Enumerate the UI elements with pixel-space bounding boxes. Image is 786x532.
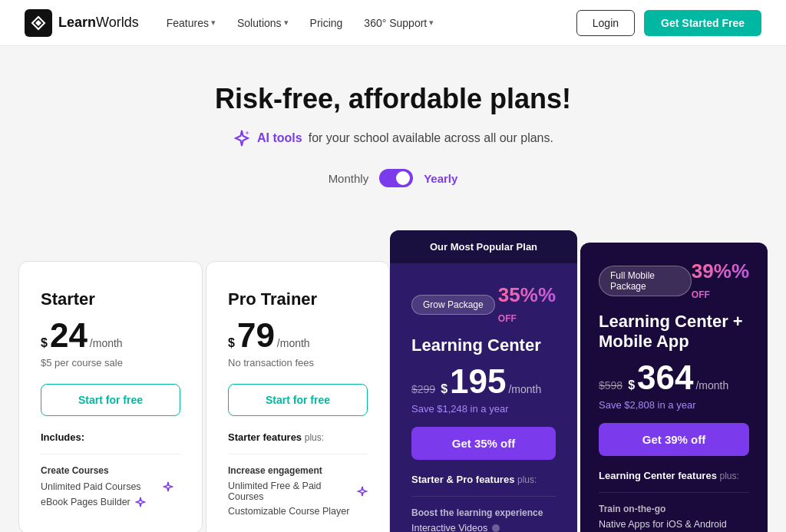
nav-actions: Login Get Started Free	[576, 10, 761, 36]
starter-category1: Create Courses	[41, 465, 180, 476]
divider	[599, 492, 749, 493]
billing-toggle-section: Monthly Yearly	[18, 169, 768, 187]
chevron-down-icon: ▾	[284, 18, 289, 28]
learning-price-amount: 195	[450, 365, 506, 398]
mobile-badge-off: 39%%OFF	[692, 261, 749, 301]
divider	[41, 454, 180, 454]
mobile-period: /month	[695, 379, 728, 392]
ai-sparkle-small-icon	[163, 481, 173, 492]
logo-learn-text: Learn	[58, 15, 96, 30]
toggle-monthly-label: Monthly	[329, 172, 369, 185]
learning-badge-pill: Grow Package	[411, 295, 495, 315]
login-button[interactable]: Login	[576, 10, 635, 36]
mobile-price-original: $598	[599, 379, 623, 392]
chevron-down-icon: ▾	[211, 18, 216, 28]
learning-dollar-sign: $	[441, 382, 447, 396]
learning-price-original: $299	[411, 383, 435, 395]
pro-feature2: Customizable Course Player	[228, 506, 368, 517]
mobile-card-inner: Full Mobile Package 39%%OFF Learning Cen…	[580, 243, 768, 532]
starter-cta-button[interactable]: Start for free	[41, 384, 180, 416]
starter-note: $5 per course sale	[41, 357, 180, 368]
starter-dollar-sign: $	[41, 336, 48, 350]
learning-card: Our Most Popular Plan Grow Package 35%%O…	[390, 230, 577, 532]
get-started-button[interactable]: Get Started Free	[644, 10, 761, 36]
popular-banner: Our Most Popular Plan	[390, 230, 577, 263]
starter-feature2: eBook Pages Builder	[41, 497, 180, 507]
learning-card-inner: Grow Package 35%%OFF Learning Center $29…	[390, 263, 577, 532]
mobile-cta-button[interactable]: Get 39% off	[599, 423, 749, 456]
pro-period: /month	[277, 337, 310, 349]
mobile-includes-label: Learning Center features plus:	[599, 470, 749, 481]
divider	[411, 496, 556, 497]
starter-plan-name: Starter	[41, 289, 180, 309]
mobile-badge-row: Full Mobile Package 39%%OFF	[599, 261, 749, 301]
learning-badge-off: 35%%OFF	[498, 285, 556, 325]
pro-card: Pro Trainer $ 79 /month No transaction f…	[206, 261, 390, 532]
ai-sparkle-icon	[233, 129, 251, 147]
starter-includes-label: Includes:	[41, 431, 180, 443]
learning-plan-name: Learning Center	[411, 335, 556, 355]
mobile-save-text: Save $2,808 in a year	[599, 399, 749, 411]
mobile-price-amount: 364	[637, 361, 693, 395]
starter-feature1: Unlimited Paid Courses ?	[41, 481, 180, 493]
ai-sparkle-pro-icon	[357, 486, 368, 497]
learning-price-row: $299 $ 195 /month	[411, 365, 556, 398]
pro-feature1: Unlimited Free & Paid Courses	[228, 481, 368, 502]
pricing-section: Starter $ 24 /month $5 per course sale S…	[0, 215, 786, 532]
learning-badge-row: Grow Package 35%%OFF	[411, 285, 556, 325]
learning-feature1: Interactive Videos	[411, 523, 556, 532]
ai-sparkle-small-icon2	[135, 497, 146, 507]
toggle-yearly-label: Yearly	[424, 172, 457, 185]
hero-subtitle: AI tools for your school available acros…	[18, 129, 768, 147]
starter-price-amount: 24	[50, 319, 88, 352]
mobile-card: Full Mobile Package 39%%OFF Learning Cen…	[580, 243, 768, 532]
divider	[228, 454, 368, 454]
mobile-price-row: $598 $ 364 /month	[599, 361, 749, 395]
hero-title: Risk-free, affordable plans!	[18, 83, 768, 115]
help-icon[interactable]: ?	[146, 481, 158, 493]
nav-links: Features ▾ Solutions ▾ Pricing 360° Supp…	[167, 17, 576, 29]
nav-solutions[interactable]: Solutions ▾	[237, 17, 289, 29]
learning-cta-button[interactable]: Get 35% off	[411, 427, 556, 460]
hero-subtitle-text: for your school available across all our…	[309, 131, 553, 145]
chevron-down-icon: ▾	[429, 18, 434, 28]
circle-icon	[492, 524, 500, 532]
hero-section: Risk-free, affordable plans! AI tools fo…	[0, 46, 786, 215]
starter-card: Starter $ 24 /month $5 per course sale S…	[18, 261, 203, 532]
mobile-badge-pill: Full Mobile Package	[599, 266, 692, 296]
billing-toggle[interactable]	[379, 169, 413, 187]
learning-includes-label: Starter & Pro features plus:	[411, 474, 556, 485]
pro-note: No transaction fees	[228, 357, 368, 368]
pro-plan-name: Pro Trainer	[228, 289, 368, 309]
nav-pricing[interactable]: Pricing	[310, 17, 343, 29]
nav-features[interactable]: Features ▾	[167, 17, 216, 29]
pro-cta-button[interactable]: Start for free	[228, 384, 368, 416]
pro-dollar-sign: $	[228, 336, 235, 350]
learning-period: /month	[508, 383, 541, 395]
starter-price-row: $ 24 /month	[41, 319, 180, 352]
mobile-plan-name: Learning Center + Mobile App	[599, 312, 749, 352]
nav-support[interactable]: 360° Support ▾	[364, 17, 434, 29]
cards-container: Starter $ 24 /month $5 per course sale S…	[18, 230, 768, 532]
learning-save-text: Save $1,248 in a year	[411, 403, 556, 415]
pro-price-row: $ 79 /month	[228, 319, 368, 352]
toggle-knob	[396, 171, 410, 185]
mobile-dollar-sign: $	[628, 378, 635, 392]
pro-price-amount: 79	[237, 319, 275, 352]
starter-period: /month	[90, 337, 123, 349]
pro-category1: Increase engagement	[228, 465, 368, 476]
mobile-category1: Train on-the-go	[599, 504, 749, 514]
mobile-feature1: Native Apps for iOS & Android	[599, 519, 749, 530]
logo-worlds-text: Worlds	[96, 15, 139, 30]
pro-includes-label: Starter features plus:	[228, 431, 368, 443]
logo[interactable]: LearnWorlds	[25, 9, 139, 37]
hero-ai-text: AI tools	[257, 131, 302, 145]
navbar: LearnWorlds Features ▾ Solutions ▾ Prici…	[0, 0, 786, 46]
learning-category1: Boost the learning experience	[411, 507, 556, 518]
